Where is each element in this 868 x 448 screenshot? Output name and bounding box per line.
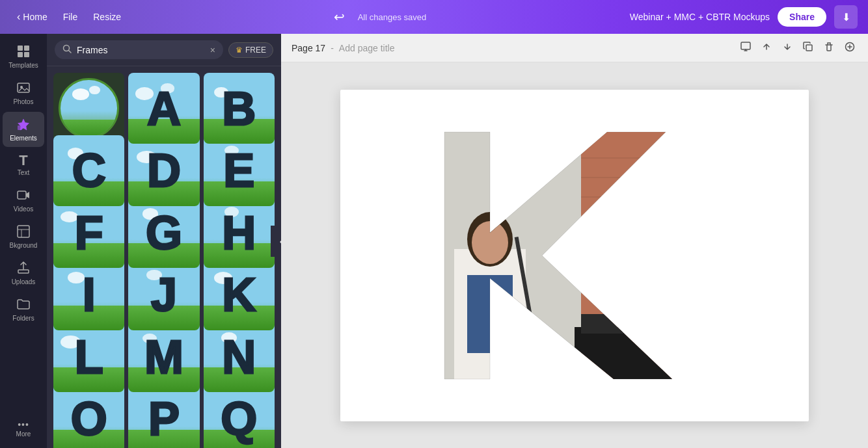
present-button[interactable] — [738, 39, 753, 57]
crown-icon: ♛ — [236, 46, 243, 55]
canvas-page — [340, 90, 809, 421]
free-filter-badge[interactable]: ♛ FREE — [228, 42, 273, 58]
frame-item-O[interactable]: O — [53, 384, 124, 449]
download-icon: ⬇ — [842, 11, 850, 23]
search-bar: × ♛ FREE — [47, 34, 281, 66]
elements-icon — [16, 117, 31, 133]
frame-item-C[interactable]: C — [53, 135, 124, 206]
frame-item-J[interactable]: J — [128, 259, 199, 330]
search-input-wrap: × — [55, 40, 223, 59]
sidebar-label-photos: Photos — [13, 98, 33, 105]
sidebar-item-bkground[interactable]: Bkground — [3, 219, 44, 254]
sidebar-label-more: More — [16, 430, 31, 438]
svg-rect-1 — [24, 46, 29, 51]
search-icon — [62, 44, 72, 55]
k-letter-svg[interactable] — [405, 119, 744, 392]
frame-item-N[interactable]: N — [204, 321, 275, 392]
canvas-area: Page 17 - Add page title — [281, 34, 868, 448]
header-left: ‹ Home File Resize — [10, 8, 128, 25]
undo-button[interactable]: ↩ — [331, 7, 347, 27]
chevron-left-icon: ‹ — [17, 11, 20, 23]
sidebar-item-more[interactable]: ••• More — [3, 415, 44, 443]
svg-rect-7 — [18, 191, 26, 199]
download-button[interactable]: ⬇ — [834, 5, 858, 29]
canvas-scroll[interactable] — [281, 62, 868, 448]
more-icon: ••• — [18, 420, 29, 429]
sidebar-label-text: Text — [18, 169, 29, 176]
clear-search-button[interactable]: × — [210, 45, 215, 55]
frame-item-E[interactable]: E — [204, 135, 275, 206]
home-label: Home — [23, 12, 47, 22]
svg-rect-14 — [741, 42, 750, 49]
templates-icon — [16, 44, 31, 60]
frame-item-F[interactable]: F — [53, 197, 124, 268]
header-right: Webinar + MMC + CBTR Mockups Share ⬇ — [630, 5, 858, 29]
sidebar-label-bkground: Bkground — [10, 242, 38, 249]
frame-item-H[interactable]: H — [204, 197, 275, 268]
search-panel: × ♛ FREE A — [47, 34, 281, 448]
photos-icon — [16, 81, 31, 97]
sidebar-item-templates[interactable]: Templates — [3, 39, 44, 74]
frame-item-B[interactable]: B — [204, 73, 275, 144]
text-icon: T — [19, 153, 27, 168]
sidebar-item-elements[interactable]: Elements — [3, 112, 44, 147]
main-layout: Templates Photos Elements T Text — [0, 34, 868, 448]
sidebar-label-uploads: Uploads — [12, 278, 36, 285]
folders-icon — [16, 297, 31, 313]
page-title-placeholder[interactable]: Add page title — [339, 43, 395, 53]
sidebar-item-videos[interactable]: Videos — [3, 183, 44, 218]
sidebar-label-templates: Templates — [8, 62, 38, 69]
page-number: Page 17 — [292, 43, 325, 53]
svg-rect-15 — [806, 45, 812, 51]
svg-rect-24 — [575, 327, 672, 379]
frame-item-L[interactable]: L — [53, 321, 124, 392]
home-button[interactable]: ‹ Home — [10, 8, 54, 25]
svg-rect-11 — [18, 270, 29, 273]
search-input[interactable] — [77, 45, 205, 55]
delete-page-button[interactable] — [821, 39, 837, 57]
videos-icon — [16, 188, 31, 204]
top-header: ‹ Home File Resize ↩ All changes saved W… — [0, 0, 868, 34]
frame-item-A[interactable]: A — [128, 73, 199, 144]
sidebar-label-videos: Videos — [14, 205, 33, 213]
frame-item-P[interactable]: P — [128, 384, 199, 449]
sidebar-label-elements: Elements — [10, 135, 37, 142]
share-button[interactable]: Share — [778, 7, 826, 27]
frame-item-I[interactable]: I — [53, 259, 124, 330]
svg-line-13 — [69, 51, 72, 53]
saved-status: All changes saved — [358, 12, 427, 22]
file-label: File — [63, 12, 78, 22]
frame-item-nature[interactable] — [53, 73, 124, 144]
uploads-icon — [16, 261, 31, 277]
sidebar-item-photos[interactable]: Photos — [3, 75, 44, 111]
sidebar-item-folders[interactable]: Folders — [3, 292, 44, 327]
page-title-separator: - — [331, 43, 334, 53]
move-down-button[interactable] — [780, 39, 795, 57]
header-center: ↩ All changes saved — [133, 7, 625, 27]
page-header-actions — [738, 39, 858, 57]
frame-item-M[interactable]: M — [128, 321, 199, 392]
svg-rect-2 — [18, 52, 23, 57]
sidebar-label-folders: Folders — [12, 315, 34, 322]
collapse-panel-button[interactable]: ‹ — [271, 226, 281, 257]
frame-item-G[interactable]: G — [128, 197, 199, 268]
svg-rect-8 — [18, 226, 29, 237]
project-title: Webinar + MMC + CBTR Mockups — [630, 12, 770, 22]
svg-rect-25 — [581, 314, 666, 334]
resize-button[interactable]: Resize — [87, 9, 128, 25]
move-up-button[interactable] — [759, 39, 774, 57]
duplicate-page-button[interactable] — [800, 39, 816, 57]
frame-item-D[interactable]: D — [128, 135, 199, 206]
sidebar-item-text[interactable]: T Text — [3, 148, 44, 181]
frame-item-Q[interactable]: Q — [204, 384, 275, 449]
frame-item-K[interactable]: K — [204, 259, 275, 330]
sidebar: Templates Photos Elements T Text — [0, 34, 47, 448]
resize-label: Resize — [93, 12, 121, 22]
svg-rect-3 — [24, 52, 29, 57]
svg-rect-6 — [18, 125, 22, 130]
add-page-button[interactable] — [842, 39, 858, 57]
frames-grid: A B C — [47, 66, 281, 448]
sidebar-item-uploads[interactable]: Uploads — [3, 256, 44, 291]
bkground-icon — [16, 224, 31, 241]
file-button[interactable]: File — [57, 9, 85, 25]
